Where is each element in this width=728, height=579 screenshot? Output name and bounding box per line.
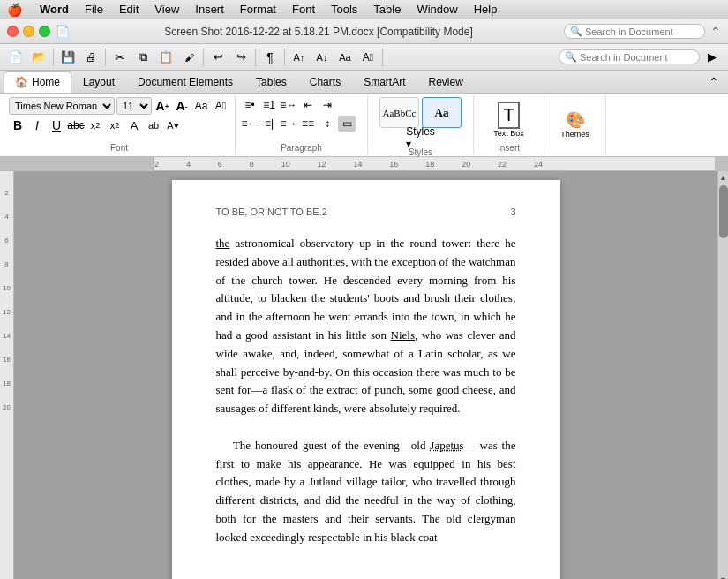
menu-insert[interactable]: Insert xyxy=(188,1,231,18)
menu-font[interactable]: Font xyxy=(285,1,322,18)
bullets-btn[interactable]: ≡• xyxy=(241,97,259,113)
close-button[interactable] xyxy=(7,26,19,37)
tb-new[interactable]: 📄 xyxy=(5,47,26,68)
menu-tools[interactable]: Tools xyxy=(324,1,364,18)
toolbar-sep-5 xyxy=(284,49,285,66)
scroll-down-arrow[interactable]: ▼ xyxy=(719,575,727,579)
tb-save[interactable]: 💾 xyxy=(57,47,79,68)
page-container[interactable]: TO BE, OR NOT TO BE.2 3 the astronomical… xyxy=(14,171,717,579)
highlight-btn[interactable]: ab xyxy=(145,117,162,133)
multilevel-btn[interactable]: ≡↔ xyxy=(280,97,297,113)
font-face-select[interactable]: Times New Roman xyxy=(9,97,115,115)
font-increase-btn[interactable]: A+ xyxy=(154,98,171,114)
indent-inc-btn[interactable]: ⇥ xyxy=(319,97,336,113)
tab-smartart[interactable]: SmartArt xyxy=(352,71,417,93)
tab-tables[interactable]: Tables xyxy=(244,71,298,93)
styles-panel-btn[interactable]: Aa xyxy=(422,97,462,128)
strikethrough-btn[interactable]: abc xyxy=(67,117,85,133)
font-row1: Times New Roman 11 A+ A- Aa A⃝ xyxy=(9,97,229,115)
align-right-btn[interactable]: ≡→ xyxy=(280,116,297,132)
menu-file[interactable]: File xyxy=(78,1,110,18)
tb-open[interactable]: 📂 xyxy=(28,47,49,68)
tb-expand[interactable]: ▶ xyxy=(702,47,723,68)
font-color-btn[interactable]: A xyxy=(125,117,143,133)
tb-pilcrow[interactable]: ¶ xyxy=(259,47,281,68)
menu-word[interactable]: Word xyxy=(33,1,76,18)
tb-print[interactable]: 🖨 xyxy=(80,47,101,68)
ribbon-tabs: 🏠 Home Layout Document Elements Tables C… xyxy=(0,71,728,94)
word-the: the xyxy=(216,237,230,250)
tb-style3[interactable]: Aa xyxy=(334,47,356,68)
styles-group-label: Styles xyxy=(409,146,432,157)
search-input[interactable] xyxy=(585,26,700,37)
tb-redo[interactable]: ↪ xyxy=(230,47,251,68)
text-box-btn[interactable]: T Text Box xyxy=(487,97,531,141)
menu-format[interactable]: Format xyxy=(233,1,283,18)
ribbon-collapse-btn[interactable]: ⌃ xyxy=(703,71,724,93)
align-left-btn[interactable]: ≡← xyxy=(241,116,259,132)
numbering-btn[interactable]: ≡1 xyxy=(260,97,278,113)
menu-window[interactable]: Window xyxy=(409,1,464,18)
subscript-btn[interactable]: x2 xyxy=(106,117,124,133)
tb-copy[interactable]: ⧉ xyxy=(132,47,154,68)
underline-btn[interactable]: U xyxy=(48,117,65,133)
document-title: Screen Shot 2016-12-22 at 5.18.21 PM.doc… xyxy=(79,26,559,38)
document-body[interactable]: the astronomical observatory up in the r… xyxy=(216,235,516,547)
tb-paste[interactable]: 📋 xyxy=(155,47,176,68)
tab-home[interactable]: 🏠 Home xyxy=(4,71,71,93)
shading-btn[interactable]: ▭ xyxy=(338,116,356,132)
scroll-up-arrow[interactable]: ▲ xyxy=(719,173,727,182)
ribbon-group-themes: 🎨 Themes xyxy=(544,95,606,154)
line-spacing-btn[interactable]: ↕ xyxy=(319,116,336,132)
font-clear-btn[interactable]: A⃝ xyxy=(212,98,229,114)
vertical-ruler: 246810 1214161820 xyxy=(0,171,14,579)
tab-review[interactable]: Review xyxy=(417,71,474,93)
text-box-icon: T xyxy=(498,102,519,129)
menu-help[interactable]: Help xyxy=(467,1,505,18)
indent-dec-btn[interactable]: ⇤ xyxy=(299,97,317,113)
bold-btn[interactable]: B xyxy=(9,117,26,133)
tb-undo[interactable]: ↩ xyxy=(207,47,229,68)
italic-btn[interactable]: I xyxy=(28,117,46,133)
tab-layout[interactable]: Layout xyxy=(71,71,126,93)
apple-menu[interactable]: 🍎 xyxy=(7,3,22,17)
menu-bar: 🍎 Word File Edit View Insert Format Font… xyxy=(0,0,728,19)
toolbar-search-input[interactable] xyxy=(580,52,686,63)
maximize-button[interactable] xyxy=(39,26,50,37)
align-justify-btn[interactable]: ≡≡ xyxy=(299,116,317,132)
vertical-scrollbar[interactable]: ▲ ▼ xyxy=(717,171,728,579)
chevron-up-icon[interactable]: ⌃ xyxy=(710,25,721,39)
toolbar-sep-3 xyxy=(203,49,204,66)
tb-style1[interactable]: A↑ xyxy=(289,47,310,68)
tb-style2[interactable]: A↓ xyxy=(311,47,333,68)
minimize-button[interactable] xyxy=(23,26,34,37)
menu-edit[interactable]: Edit xyxy=(112,1,146,18)
ribbon-group-paragraph: ≡• ≡1 ≡↔ ⇤ ⇥ ≡← ≡| ≡→ ≡≡ ↕ ▭ Paragraph xyxy=(236,95,368,154)
tb-cut[interactable]: ✂ xyxy=(109,47,131,68)
menu-view[interactable]: View xyxy=(147,1,186,18)
toolbar-sep-4 xyxy=(255,49,256,66)
styles-dropdown-btn[interactable]: Styles ▾ xyxy=(412,130,430,146)
font-case-btn[interactable]: Aa xyxy=(192,98,210,114)
menu-table[interactable]: Table xyxy=(366,1,408,18)
align-center-btn[interactable]: ≡| xyxy=(260,116,278,132)
tab-document-elements[interactable]: Document Elements xyxy=(126,71,244,93)
tb-format-painter[interactable]: 🖌 xyxy=(178,47,199,68)
search-box[interactable]: 🔍 xyxy=(564,24,705,39)
header-right: 3 xyxy=(510,207,515,217)
ribbon-group-insert: T Text Box Insert xyxy=(474,95,544,154)
style-normal-btn[interactable]: AaBbCc xyxy=(379,97,419,128)
text-effects-btn[interactable]: A▾ xyxy=(164,117,182,133)
paragraph-group-label: Paragraph xyxy=(281,141,322,153)
tab-charts[interactable]: Charts xyxy=(298,71,352,93)
font-decrease-btn[interactable]: A- xyxy=(173,98,191,114)
toolbar-search-box[interactable]: 🔍 xyxy=(559,49,700,64)
scroll-thumb[interactable] xyxy=(719,185,728,238)
font-size-select[interactable]: 11 xyxy=(116,97,152,115)
ruler-margin-right xyxy=(715,157,728,170)
superscript-btn[interactable]: x2 xyxy=(86,117,104,133)
tb-clear-format[interactable]: A⃝ xyxy=(357,47,379,68)
traffic-lights xyxy=(7,26,50,37)
header-left: TO BE, OR NOT TO BE.2 xyxy=(216,207,327,217)
themes-btn[interactable]: 🎨 Themes xyxy=(553,102,597,147)
